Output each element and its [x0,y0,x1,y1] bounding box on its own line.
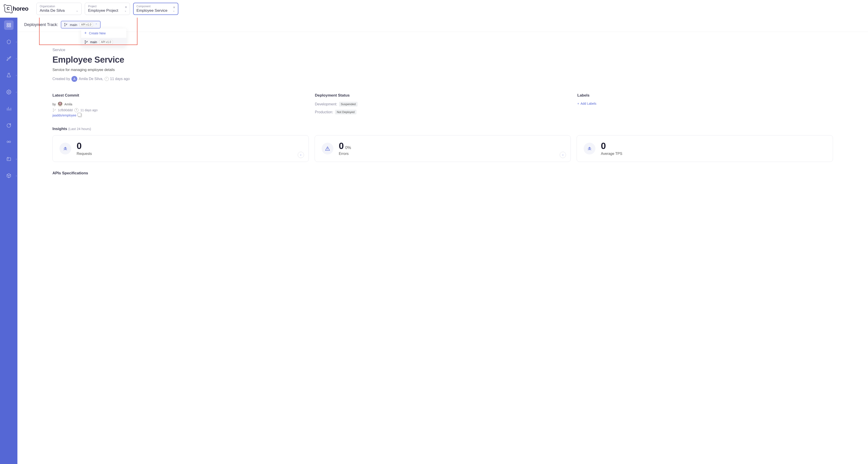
deployment-status-col: Deployment Status Development: Suspended… [315,93,570,118]
chevron-right-icon: › [16,91,17,93]
track-selector[interactable]: main API v1.0 ⌃ [61,21,101,29]
author-name: Amila De Silva, [79,77,103,81]
track-branch: main [70,23,77,27]
create-new-track[interactable]: + Create New [81,29,126,38]
tps-card[interactable]: 0 Average TPS [577,135,833,162]
sidebar-item-overview[interactable] [4,20,13,30]
errors-pct: 0% [345,145,351,150]
tps-label: Average TPS [601,152,622,156]
chevron-right-icon: › [16,57,17,60]
requests-card[interactable]: 0 Requests › [53,135,309,162]
header-selectors: Organization Amila De Silva ⌄ × Project … [36,3,178,15]
repo-link[interactable]: jaadds/employee [53,114,308,117]
latest-commit-col: Latest Commit by Amila 1cfb90ddd 11 days… [53,93,308,118]
prod-status-row: Production: Not Deployed [315,110,570,115]
commit-title: Latest Commit [53,93,308,98]
logo[interactable]: C horeo [4,5,29,12]
dev-status-row: Development: Suspended [315,102,570,106]
org-label: Organization [40,5,78,8]
copy-icon[interactable] [78,114,82,117]
created-ago: 11 days ago [110,77,130,81]
chevron-right-icon: › [16,175,17,177]
requests-icon [59,143,71,154]
sidebar-item-observe[interactable] [4,137,13,147]
commit-ago: 11 days ago [80,108,97,112]
prod-label: Production: [315,110,333,114]
track-option-branch: main [90,40,97,44]
logo-icon: C [4,5,12,12]
svg-rect-2 [7,26,8,27]
plus-icon: + [84,31,87,35]
author-avatar: A [71,76,77,82]
commit-avatar [58,102,63,107]
errors-icon [322,143,333,154]
track-dropdown: + Create New main API v1.0 [81,29,126,47]
component-selector[interactable]: × Component Employee Service ⌄ [133,3,178,15]
status-title: Deployment Status [315,93,570,98]
tps-value: 0 [601,141,622,150]
project-selector[interactable]: × Project Employee Project ⌄ [85,3,130,15]
created-meta: Created by A Amila De Silva, 11 days ago [53,76,833,82]
svg-rect-1 [9,23,10,25]
clock-icon [105,77,109,81]
commit-hash: 1cfb90ddd [58,108,72,112]
component-label: Component [136,5,175,8]
sidebar-item-analytics[interactable] [4,104,13,114]
svg-point-7 [9,141,10,143]
branch-icon [53,108,56,112]
info-columns: Latest Commit by Amila 1cfb90ddd 11 days… [53,93,833,118]
svg-point-4 [8,91,9,93]
svg-rect-3 [9,26,10,27]
page-subtitle: Service for managing employee details [53,68,833,72]
chevron-right-icon[interactable]: › [560,152,566,158]
errors-card[interactable]: 0 0% Errors › [315,135,571,162]
sidebar-item-launch[interactable]: › [4,54,13,63]
commit-hash-line: 1cfb90ddd 11 days ago [53,108,308,112]
chevron-down-icon: ⌄ [173,9,175,12]
chevron-right-icon: › [16,41,17,43]
commit-author: Amila [64,102,72,106]
labels-title: Labels [577,93,833,98]
sidebar-item-test[interactable]: › [4,70,13,80]
branch-icon [64,23,68,27]
labels-col: Labels + Add Labels [577,93,833,118]
project-value: Employee Project [88,8,118,13]
breadcrumb: Service [53,48,833,52]
insights-subtitle: (Last 24 hours) [68,127,91,131]
org-value: Amila De Silva [40,8,65,13]
component-value: Employee Service [136,8,167,13]
chevron-right-icon[interactable]: › [298,152,304,158]
chevron-right-icon: › [16,74,17,76]
svg-point-9 [7,157,8,157]
close-icon[interactable]: × [173,5,175,9]
dev-label: Development: [315,102,337,106]
organization-selector[interactable]: Organization Amila De Silva ⌄ [36,3,82,15]
plus-icon: + [577,102,579,105]
close-icon[interactable]: × [125,5,127,9]
track-option-main[interactable]: main API v1.0 [81,38,126,47]
api-version-badge: API v1.0 [99,40,113,44]
sidebar-item-deploy[interactable]: › [4,37,13,47]
requests-value: 0 [76,141,92,150]
dev-status-badge: Suspended [339,102,358,106]
create-new-label: Create New [89,31,106,35]
sidebar: › › › › › › [0,0,18,464]
branch-icon [84,40,88,44]
add-labels-button[interactable]: + Add Labels [577,102,833,105]
deployment-track-bar: Deployment Track: main API v1.0 ⌃ + Crea… [18,18,868,32]
sidebar-item-target[interactable] [4,121,13,130]
svg-point-10 [8,157,8,157]
project-label: Project [88,5,127,8]
insights-title: Insights (Last 24 hours) [53,127,833,131]
top-header: C horeo Organization Amila De Silva ⌄ × … [0,0,868,18]
chevron-up-icon: ⌃ [95,23,97,26]
commit-by: by Amila [53,102,308,107]
errors-label: Errors [339,152,351,156]
tps-icon [584,143,595,154]
sidebar-item-settings[interactable]: › [4,87,13,97]
sidebar-item-package[interactable]: › [4,171,13,181]
main-content: Deployment Track: main API v1.0 ⌃ + Crea… [18,0,868,464]
sidebar-item-logs[interactable]: › [4,154,13,164]
insight-cards: 0 Requests › 0 0% Errors [53,135,833,162]
chevron-down-icon: ⌄ [124,9,127,12]
